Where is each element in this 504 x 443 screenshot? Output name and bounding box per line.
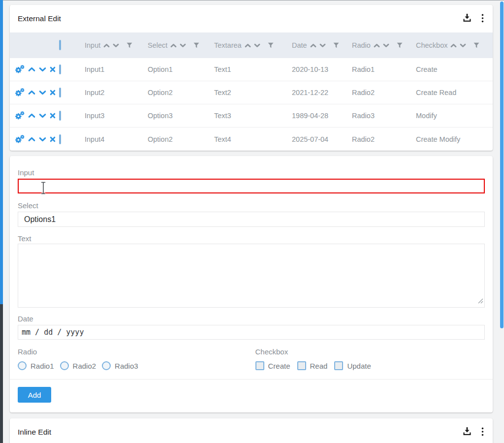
row-move-up-icon[interactable] — [28, 137, 35, 142]
radio-group-label: Radio — [18, 348, 252, 356]
table-header-row: Input Select Textarea Date — [10, 32, 493, 58]
kebab-menu-icon — [481, 427, 484, 438]
window-top-border — [0, 0, 504, 0]
column-label: Select — [148, 41, 167, 49]
row-settings-icon[interactable] — [15, 65, 25, 74]
row-checkbox[interactable] — [59, 134, 61, 144]
date-field-label: Date — [18, 315, 485, 323]
column-header-input: Input — [85, 41, 148, 49]
date-field[interactable]: mm / dd / yyyy — [18, 325, 485, 340]
cell-radio: Radio3 — [352, 112, 416, 120]
cell-textarea: Text3 — [214, 112, 292, 120]
download-icon — [463, 14, 472, 24]
sort-asc-icon[interactable] — [310, 43, 316, 48]
checkbox-option-create[interactable] — [255, 361, 264, 370]
select-field[interactable]: Options1 — [18, 212, 485, 227]
resize-grip-icon[interactable] — [478, 297, 483, 306]
sort-asc-icon[interactable] — [170, 43, 177, 48]
cell-date: 1989-04-28 — [292, 112, 352, 120]
row-checkbox[interactable] — [59, 64, 61, 74]
select-all-checkbox[interactable] — [59, 40, 61, 50]
filter-icon[interactable] — [126, 42, 132, 48]
cell-date: 2025-07-04 — [292, 135, 352, 143]
text-field-label: Text — [18, 235, 485, 243]
cell-textarea: Text2 — [214, 89, 292, 96]
cell-select: Option2 — [148, 135, 214, 143]
sort-desc-icon[interactable] — [180, 43, 186, 48]
row-checkbox[interactable] — [59, 111, 61, 121]
row-move-up-icon[interactable] — [28, 67, 35, 72]
cell-checkbox: Create Read — [416, 89, 492, 96]
row-settings-icon[interactable] — [15, 135, 25, 144]
row-settings-icon[interactable] — [15, 88, 25, 97]
sort-desc-icon[interactable] — [383, 43, 389, 48]
sort-asc-icon[interactable] — [245, 43, 251, 48]
column-header-radio: Radio — [352, 41, 416, 49]
filter-icon[interactable] — [333, 42, 339, 48]
column-header-checkbox: Checkbox — [416, 41, 492, 49]
row-move-up-icon[interactable] — [28, 113, 35, 118]
left-rail-progress — [0, 0, 3, 304]
kebab-menu-icon — [481, 14, 484, 24]
more-menu-button[interactable] — [481, 14, 484, 24]
radio-option-radio3[interactable] — [102, 361, 111, 370]
inline-edit-card: Inline Edit — [10, 418, 493, 443]
row-delete-icon[interactable] — [50, 90, 56, 95]
checkbox-option-read[interactable] — [297, 361, 306, 370]
column-label: Radio — [352, 41, 371, 49]
table-row: Input1 Option1 Text1 2020-10-13 Radio1 C… — [10, 58, 493, 81]
radio-option-radio1[interactable] — [18, 361, 27, 370]
external-edit-card: External Edit Input — [10, 5, 493, 151]
cell-checkbox: Create — [416, 65, 492, 73]
vertical-scrollbar[interactable] — [500, 0, 504, 443]
row-move-down-icon[interactable] — [39, 113, 46, 118]
sort-asc-icon[interactable] — [374, 43, 380, 48]
checkbox-option-update[interactable] — [334, 361, 343, 370]
filter-icon[interactable] — [268, 42, 274, 48]
cell-input: Input3 — [85, 112, 148, 120]
text-field[interactable] — [18, 244, 485, 308]
radio-option-label: Radio1 — [31, 362, 54, 370]
row-move-up-icon[interactable] — [28, 90, 35, 95]
column-header-select: Select — [148, 41, 214, 49]
input-field[interactable] — [18, 179, 485, 193]
more-menu-button[interactable] — [481, 427, 484, 438]
radio-option-radio2[interactable] — [60, 361, 69, 370]
row-move-down-icon[interactable] — [39, 90, 46, 95]
panel-title: External Edit — [18, 14, 463, 23]
sort-asc-icon[interactable] — [450, 43, 457, 48]
row-checkbox[interactable] — [59, 88, 61, 97]
row-delete-icon[interactable] — [50, 66, 56, 72]
filter-icon[interactable] — [473, 42, 479, 48]
column-label: Checkbox — [416, 41, 447, 49]
add-button[interactable]: Add — [18, 387, 51, 403]
row-move-down-icon[interactable] — [39, 137, 46, 142]
row-delete-icon[interactable] — [50, 113, 56, 119]
download-button[interactable] — [463, 427, 472, 437]
filter-icon[interactable] — [397, 42, 403, 48]
form-actions-divider — [10, 379, 493, 380]
panel-title: Inline Edit — [18, 428, 463, 437]
row-delete-icon[interactable] — [50, 136, 56, 142]
sort-desc-icon[interactable] — [113, 43, 119, 48]
row-settings-icon[interactable] — [15, 111, 25, 120]
sort-desc-icon[interactable] — [460, 43, 466, 48]
table-row: Input3 Option3 Text3 1989-04-28 Radio3 M… — [10, 104, 493, 127]
sort-desc-icon[interactable] — [319, 43, 326, 48]
column-label: Date — [292, 41, 307, 49]
cell-input: Input1 — [85, 65, 148, 73]
sort-desc-icon[interactable] — [254, 43, 260, 48]
scrollbar-thumb[interactable] — [500, 1, 504, 328]
date-placeholder: mm / dd / yyyy — [22, 328, 84, 337]
filter-icon[interactable] — [193, 42, 199, 48]
download-button[interactable] — [463, 14, 472, 24]
cell-radio: Radio2 — [352, 89, 416, 96]
row-move-down-icon[interactable] — [39, 67, 46, 72]
select-value: Options1 — [24, 215, 56, 224]
column-header-date: Date — [292, 41, 352, 49]
cell-input: Input4 — [85, 135, 148, 143]
cell-input: Input2 — [85, 89, 148, 96]
radio-option-label: Radio2 — [73, 362, 96, 370]
sort-asc-icon[interactable] — [103, 43, 110, 48]
select-field-label: Select — [18, 202, 485, 210]
